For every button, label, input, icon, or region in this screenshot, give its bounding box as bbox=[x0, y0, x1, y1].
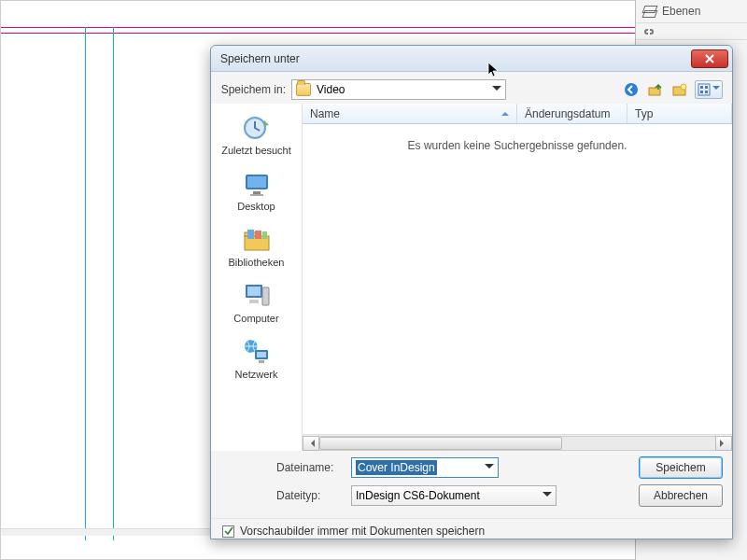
guide-horizontal bbox=[1, 27, 655, 28]
chevron-down-icon bbox=[543, 492, 552, 501]
check-icon bbox=[224, 526, 233, 536]
panel-item-layers[interactable]: Ebenen bbox=[636, 0, 747, 23]
place-recent[interactable]: Zuletzt besucht bbox=[211, 109, 302, 160]
nav-icons bbox=[622, 80, 723, 99]
save-in-row: Speichem in: Video bbox=[211, 72, 732, 104]
place-libraries[interactable]: Bibliotheken bbox=[211, 221, 302, 272]
checkbox[interactable] bbox=[222, 525, 234, 538]
chevron-down-icon bbox=[712, 86, 720, 93]
chevron-down-icon bbox=[485, 464, 494, 473]
save-as-dialog: Speichern unter Speichem in: Video bbox=[210, 45, 733, 539]
svg-rect-5 bbox=[700, 86, 703, 89]
libraries-icon bbox=[242, 225, 272, 255]
svg-rect-26 bbox=[259, 360, 264, 363]
column-name[interactable]: Name bbox=[303, 104, 517, 123]
svg-rect-16 bbox=[247, 230, 254, 239]
save-button[interactable]: Speichem bbox=[639, 456, 723, 479]
view-icon bbox=[698, 83, 711, 96]
svg-rect-8 bbox=[705, 91, 708, 93]
filetype-value: InDesign CS6-Dokument bbox=[356, 489, 480, 502]
svg-rect-12 bbox=[253, 191, 261, 194]
save-in-value: Video bbox=[317, 83, 345, 96]
empty-message: Es wurden keine Suchergebnisse gefunden. bbox=[408, 139, 627, 152]
new-folder-button[interactable] bbox=[670, 80, 689, 99]
link-icon bbox=[641, 24, 656, 39]
filename-input[interactable]: Cover InDesign bbox=[351, 457, 499, 478]
scroll-track[interactable] bbox=[319, 436, 715, 451]
svg-point-0 bbox=[625, 83, 638, 96]
filetype-label: Dateityp: bbox=[276, 489, 344, 502]
svg-rect-4 bbox=[698, 84, 710, 95]
svg-point-3 bbox=[681, 84, 686, 90]
chevron-down-icon bbox=[492, 86, 501, 95]
svg-rect-13 bbox=[250, 194, 263, 196]
close-icon bbox=[704, 53, 715, 64]
svg-rect-6 bbox=[705, 86, 708, 89]
back-button[interactable] bbox=[622, 80, 641, 99]
column-date[interactable]: Änderungsdatum bbox=[517, 104, 627, 123]
layers-icon bbox=[641, 4, 656, 19]
computer-icon bbox=[242, 281, 272, 311]
desktop-icon bbox=[242, 169, 272, 199]
column-type[interactable]: Typ bbox=[627, 104, 732, 123]
scroll-left-button[interactable] bbox=[303, 436, 319, 451]
svg-rect-20 bbox=[247, 287, 261, 296]
panel-item-links[interactable] bbox=[636, 23, 747, 40]
new-folder-icon bbox=[672, 82, 687, 97]
up-button[interactable] bbox=[646, 80, 665, 99]
guide-vertical bbox=[85, 27, 86, 540]
svg-rect-18 bbox=[262, 231, 267, 239]
network-icon bbox=[242, 337, 272, 367]
place-computer[interactable]: Computer bbox=[211, 277, 302, 328]
save-in-label: Speichem in: bbox=[220, 83, 286, 96]
filename-label: Dateiname: bbox=[276, 461, 344, 474]
list-body[interactable]: Es wurden keine Suchergebnisse gefunden. bbox=[303, 124, 732, 434]
svg-rect-21 bbox=[262, 287, 269, 305]
svg-rect-17 bbox=[255, 231, 261, 239]
list-header: Name Änderungsdatum Typ bbox=[303, 104, 732, 124]
filetype-combo[interactable]: InDesign CS6-Dokument bbox=[351, 485, 557, 506]
folder-icon bbox=[296, 83, 311, 96]
checkbox-label: Vorschaubilder immer mit Dokumenten spei… bbox=[240, 525, 485, 538]
thumbnail-checkbox-row[interactable]: Vorschaubilder immer mit Dokumenten spei… bbox=[211, 518, 732, 543]
place-network[interactable]: Netzwerk bbox=[211, 333, 302, 384]
place-desktop[interactable]: Desktop bbox=[211, 165, 302, 216]
scroll-right-button[interactable] bbox=[715, 436, 732, 451]
main-area: Zuletzt besucht Desktop Bibliotheken Com… bbox=[211, 104, 732, 451]
svg-rect-25 bbox=[257, 352, 266, 357]
places-bar: Zuletzt besucht Desktop Bibliotheken Com… bbox=[211, 104, 303, 451]
dialog-title: Speichern unter bbox=[220, 52, 691, 65]
chevron-left-icon bbox=[307, 440, 315, 447]
svg-rect-11 bbox=[247, 176, 266, 188]
filename-value: Cover InDesign bbox=[356, 460, 437, 475]
panel-label: Ebenen bbox=[662, 5, 700, 18]
guide-horizontal bbox=[1, 33, 655, 34]
close-button[interactable] bbox=[691, 49, 728, 68]
horizontal-scrollbar[interactable] bbox=[303, 434, 732, 451]
svg-rect-7 bbox=[700, 91, 703, 93]
back-icon bbox=[624, 82, 639, 97]
dialog-titlebar[interactable]: Speichern unter bbox=[211, 46, 732, 72]
file-list: Name Änderungsdatum Typ Es wurden keine … bbox=[303, 104, 732, 451]
sort-asc-icon bbox=[501, 108, 509, 116]
dialog-bottom: Dateiname: Cover InDesign Speichem Datei… bbox=[211, 451, 732, 518]
chevron-right-icon bbox=[720, 440, 727, 447]
view-menu-button[interactable] bbox=[695, 80, 723, 99]
folder-up-icon bbox=[648, 82, 663, 97]
save-in-combo[interactable]: Video bbox=[291, 79, 506, 100]
cancel-button[interactable]: Abbrechen bbox=[639, 484, 723, 507]
guide-vertical bbox=[113, 27, 114, 540]
recent-icon bbox=[242, 113, 272, 143]
scroll-thumb[interactable] bbox=[319, 437, 562, 450]
svg-rect-22 bbox=[249, 300, 259, 303]
